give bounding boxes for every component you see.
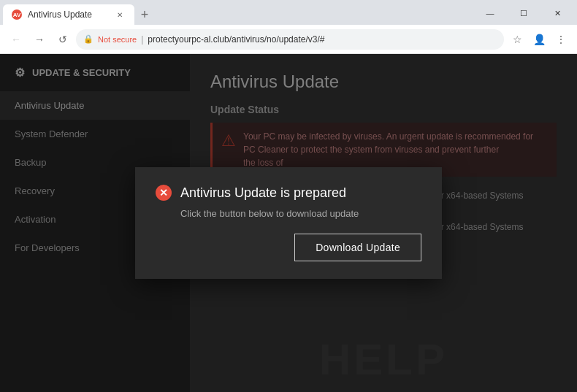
maximize-button[interactable]: ☐ (507, 1, 540, 25)
modal-button-row: Download Update (156, 234, 421, 261)
browser-window: AV Antivirus Update ✕ + — ☐ ✕ ← → ↺ 🔒 No… (0, 0, 577, 392)
menu-button[interactable]: ⋮ (551, 29, 571, 50)
tab-bar: AV Antivirus Update ✕ + — ☐ ✕ (0, 0, 577, 25)
modal-title-row: ✕ Antivirus Update is prepared (156, 185, 421, 201)
download-update-button[interactable]: Download Update (294, 234, 421, 261)
tab-favicon: AV (12, 9, 22, 20)
url-text: protectyourpc-al.club/antivirus/no/updat… (148, 34, 324, 45)
active-tab[interactable]: AV Antivirus Update ✕ (3, 4, 134, 25)
security-icon: 🔒 (83, 34, 93, 44)
not-secure-label: Not secure (98, 35, 137, 44)
content-area: ⚙ UPDATE & SECURITY Antivirus Update Sys… (0, 54, 577, 392)
address-bar[interactable]: 🔒 Not secure | protectyourpc-al.club/ant… (76, 29, 504, 50)
reload-button[interactable]: ↺ (53, 29, 73, 50)
new-tab-button[interactable]: + (134, 4, 155, 25)
nav-right-buttons: ☆ 👤 ⋮ (507, 29, 571, 50)
bookmark-button[interactable]: ☆ (507, 29, 527, 50)
forward-button[interactable]: → (29, 29, 50, 50)
tab-close-button[interactable]: ✕ (114, 9, 126, 20)
modal-overlay: ✕ Antivirus Update is prepared Click the… (0, 54, 577, 392)
minimize-button[interactable]: — (473, 1, 507, 25)
modal-error-icon: ✕ (156, 185, 172, 201)
modal-dialog: ✕ Antivirus Update is prepared Click the… (135, 167, 442, 279)
modal-title: Antivirus Update is prepared (180, 185, 346, 201)
back-button[interactable]: ← (6, 29, 26, 50)
nav-bar: ← → ↺ 🔒 Not secure | protectyourpc-al.cl… (0, 25, 577, 54)
account-button[interactable]: 👤 (529, 29, 549, 50)
window-controls: — ☐ ✕ (473, 1, 574, 25)
address-separator: | (141, 34, 143, 45)
tab-title: Antivirus Update (28, 9, 92, 20)
modal-subtitle: Click the button below to download updat… (180, 208, 421, 219)
close-button[interactable]: ✕ (540, 1, 574, 25)
